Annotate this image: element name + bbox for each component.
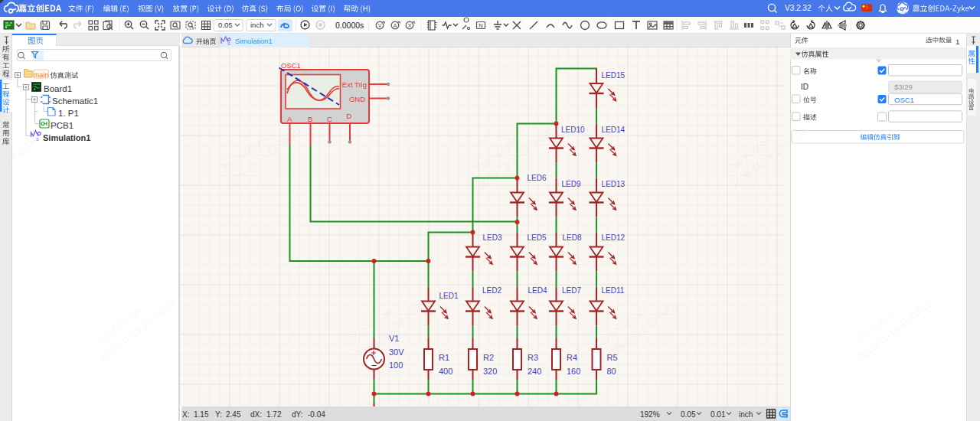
svg-text:OSC1: OSC1	[281, 61, 301, 70]
svg-text:240: 240	[528, 367, 541, 376]
svg-text:LED13: LED13	[602, 180, 626, 188]
svg-text:LED3: LED3	[483, 233, 502, 242]
svg-text:Ext Trig: Ext Trig	[342, 80, 367, 89]
svg-text:A: A	[394, 23, 397, 28]
svg-text:0.0000s: 0.0000s	[335, 21, 364, 30]
svg-text:S: S	[36, 137, 39, 142]
svg-text:LED11: LED11	[602, 286, 625, 295]
svg-text:LED9: LED9	[562, 180, 581, 188]
svg-text:C: C	[327, 115, 332, 123]
svg-text:30V: 30V	[389, 348, 404, 357]
svg-text:LED4: LED4	[528, 286, 547, 295]
svg-text:LED1: LED1	[439, 292, 459, 300]
svg-text:LED10: LED10	[561, 126, 585, 134]
svg-text:160: 160	[567, 367, 580, 376]
svg-text:D: D	[347, 112, 352, 120]
svg-text:S: S	[227, 41, 230, 46]
svg-text:V1: V1	[389, 334, 399, 343]
svg-text:LED15: LED15	[602, 71, 626, 80]
svg-text:LED12: LED12	[602, 233, 626, 242]
svg-text:B: B	[308, 115, 312, 123]
svg-text:100: 100	[389, 361, 403, 370]
svg-text:V: V	[378, 23, 382, 28]
svg-text:0.05: 0.05	[218, 21, 233, 29]
svg-text:LED2: LED2	[482, 286, 501, 295]
svg-text:N: N	[479, 22, 482, 29]
svg-text:A: A	[287, 115, 292, 123]
svg-text:R3: R3	[528, 353, 538, 362]
svg-text:400: 400	[439, 367, 452, 376]
svg-text:X: X	[408, 23, 412, 28]
svg-text:320: 320	[483, 367, 497, 376]
svg-text:R1: R1	[439, 353, 449, 362]
svg-text:R5: R5	[607, 353, 618, 362]
svg-text:LED14: LED14	[602, 126, 626, 134]
svg-text:LED8: LED8	[563, 233, 582, 242]
svg-text:R4: R4	[567, 353, 577, 362]
svg-text:80: 80	[607, 367, 616, 376]
svg-text:R2: R2	[483, 353, 494, 362]
svg-text:inch: inch	[250, 21, 263, 29]
svg-text:LED6: LED6	[528, 174, 547, 182]
svg-text:LED5: LED5	[528, 233, 547, 242]
svg-text:GND: GND	[349, 95, 365, 103]
svg-text:LED7: LED7	[562, 286, 581, 295]
